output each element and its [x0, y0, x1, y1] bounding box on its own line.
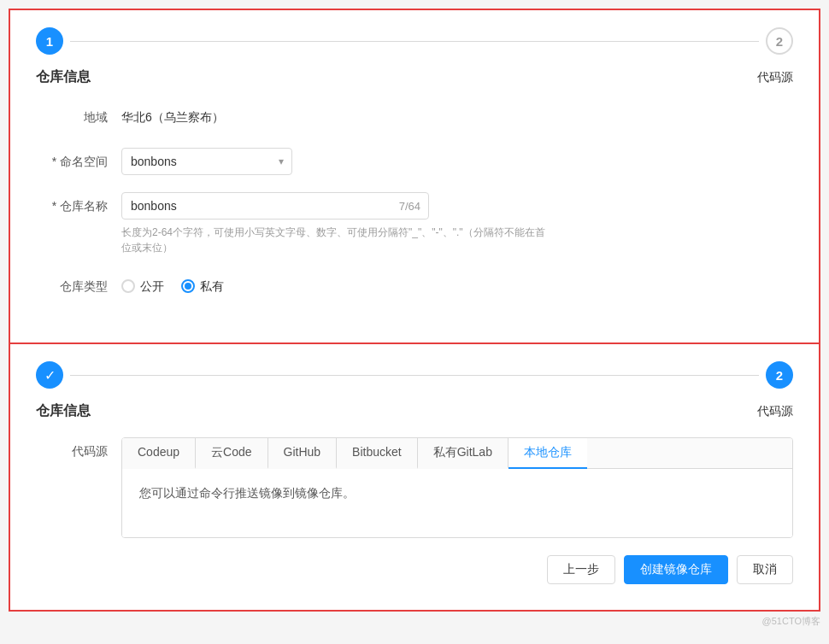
- tabs-header: Codeup 云Code GitHub Bitbucket 私有GitLab 本…: [122, 438, 792, 469]
- section-1: 1 2 仓库信息 代码源 地域 华北6（乌兰察布） * 命名空间: [9, 9, 820, 342]
- radio-public-label: 公开: [140, 272, 164, 300]
- step-check-circle: ✓: [36, 361, 63, 389]
- radio-private[interactable]: 私有: [181, 272, 224, 300]
- step-line: [70, 41, 759, 42]
- radio-private-circle: [181, 279, 195, 293]
- namespace-row: * 命名空间 bonbons ▾: [36, 148, 793, 175]
- page-container: 1 2 仓库信息 代码源 地域 华北6（乌兰察布） * 命名空间: [9, 9, 820, 628]
- step-bar-2: ✓ 2: [36, 361, 793, 389]
- code-source-row: 代码源 Codeup 云Code GitHub Bitbucket 私有GitL…: [36, 437, 793, 538]
- namespace-label: * 命名空间: [36, 148, 121, 175]
- prev-button[interactable]: 上一步: [547, 555, 615, 584]
- code-source-content: Codeup 云Code GitHub Bitbucket 私有GitLab 本…: [121, 437, 793, 538]
- repo-name-input[interactable]: [121, 192, 429, 220]
- watermark: @51CTO博客: [9, 615, 820, 628]
- create-button[interactable]: 创建镜像仓库: [624, 555, 728, 584]
- repo-name-counter: 7/64: [399, 200, 420, 213]
- section-title-2: 仓库信息: [36, 402, 91, 420]
- repo-name-row: * 仓库名称 7/64 长度为2-64个字符，可使用小写英文字母、数字、可使用分…: [36, 192, 793, 255]
- step-bar-1: 1 2: [36, 27, 793, 55]
- section-2: ✓ 2 仓库信息 代码源 代码源 Codeup 云Code GitHub Bi: [9, 342, 820, 612]
- section-right-2: 代码源: [757, 404, 793, 419]
- tab-bitbucket[interactable]: Bitbucket: [337, 438, 418, 469]
- tab-content: 您可以通过命令行推送镜像到镜像仓库。: [122, 469, 792, 537]
- tab-private-gitlab[interactable]: 私有GitLab: [418, 438, 509, 469]
- radio-group: 公开 私有: [121, 272, 793, 300]
- section-title-1: 仓库信息: [36, 68, 91, 86]
- repo-name-label: * 仓库名称: [36, 192, 121, 220]
- tab-local[interactable]: 本地仓库: [509, 438, 587, 469]
- repo-type-row: 仓库类型 公开 私有: [36, 272, 793, 300]
- namespace-select[interactable]: bonbons: [121, 148, 292, 175]
- namespace-content: bonbons ▾: [121, 148, 793, 175]
- region-row: 地域 华北6（乌兰察布）: [36, 103, 793, 131]
- region-content: 华北6（乌兰察布）: [121, 103, 793, 131]
- section-header-2: 仓库信息 代码源: [36, 402, 793, 420]
- step-2-circle-bottom: 2: [766, 361, 793, 389]
- section-right-1: 代码源: [757, 70, 793, 85]
- repo-type-label: 仓库类型: [36, 272, 121, 300]
- step-1-circle: 1: [36, 27, 63, 55]
- tab-codeup[interactable]: Codeup: [122, 438, 196, 469]
- step-line-2: [70, 375, 759, 376]
- section-header-1: 仓库信息 代码源: [36, 68, 793, 86]
- button-row: 上一步 创建镜像仓库 取消: [36, 555, 793, 584]
- code-source-label: 代码源: [36, 437, 121, 465]
- repo-type-content: 公开 私有: [121, 272, 793, 300]
- namespace-select-wrapper: bonbons ▾: [121, 148, 292, 175]
- cancel-button[interactable]: 取消: [737, 555, 793, 584]
- repo-name-content: 7/64 长度为2-64个字符，可使用小写英文字母、数字、可使用分隔符"_"、"…: [121, 192, 793, 255]
- radio-public[interactable]: 公开: [121, 272, 164, 300]
- repo-name-input-wrapper: 7/64: [121, 192, 429, 220]
- region-value: 华北6（乌兰察布）: [121, 110, 224, 124]
- tab-github[interactable]: GitHub: [268, 438, 338, 469]
- radio-public-circle: [121, 279, 135, 293]
- tab-yuncode[interactable]: 云Code: [196, 438, 268, 469]
- step-2-circle-top: 2: [766, 27, 793, 55]
- region-label: 地域: [36, 103, 121, 131]
- radio-private-label: 私有: [200, 272, 224, 300]
- repo-name-hint: 长度为2-64个字符，可使用小写英文字母、数字、可使用分隔符"_"、"-"、".…: [121, 225, 549, 255]
- tabs-container: Codeup 云Code GitHub Bitbucket 私有GitLab 本…: [121, 437, 793, 538]
- radio-private-inner: [185, 283, 191, 290]
